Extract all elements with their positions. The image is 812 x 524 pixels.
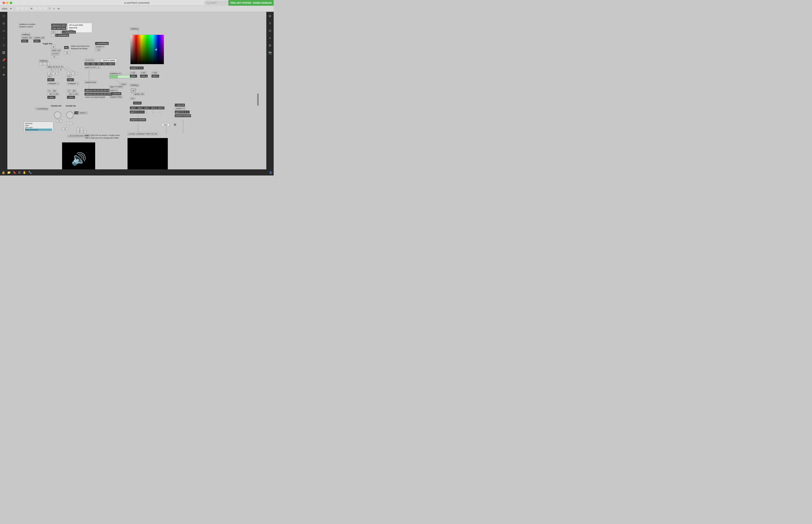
node-value-b-2[interactable]: value b — [152, 75, 159, 78]
node-0965-2[interactable]: 0.965 — [152, 71, 158, 74]
toolbar-rect3-icon[interactable]: ⬜ — [25, 7, 29, 11]
node-prepend-setcell2d-2[interactable]: prepend setcell2d — [175, 114, 191, 117]
node-i-1[interactable]: i — [66, 122, 72, 125]
toolbar-rect5-icon[interactable]: ⬜ — [38, 7, 42, 11]
node-udpsend-1[interactable]: udpsend 169.254.255.255 5556 — [84, 89, 112, 92]
node-r-mystartbang-1[interactable]: r myStartBang — [95, 42, 109, 45]
scrollbar[interactable] — [257, 94, 259, 106]
node-loadbang-1[interactable]: loadbang — [21, 33, 30, 36]
rsidebar-camera-icon[interactable]: 📷 — [268, 50, 272, 55]
node-plus28[interactable]: + 28 — [95, 49, 100, 51]
node-s-mystopbang[interactable]: s myStopBang — [62, 31, 76, 33]
toolbar-rect2-icon[interactable]: ⬜ — [21, 7, 24, 11]
zoom-dropdown-icon[interactable]: ▾ — [9, 7, 13, 11]
send-to-master-button[interactable]: Send to master — [101, 59, 117, 62]
rsidebar-info-icon[interactable]: ℹ — [268, 21, 272, 26]
node-route-start-stop[interactable]: route /start /stop — [51, 27, 66, 30]
node-0035[interactable]: 0.035 — [130, 71, 136, 74]
node-pct100-2[interactable]: % 100 — [72, 93, 79, 96]
node-random100-1[interactable]: random 100 — [21, 36, 33, 39]
sidebar-monitor-icon[interactable]: ▭ — [1, 28, 6, 33]
node-value-i-1[interactable]: value i — [21, 39, 28, 43]
color-picker[interactable] — [130, 35, 164, 64]
node-value-j-2[interactable]: value j — [67, 78, 74, 81]
node-random100-2[interactable]: random 100 — [33, 36, 45, 39]
statusbar-lock-icon[interactable]: 🔒 — [2, 171, 5, 174]
statusbar-grid-icon[interactable]: ⊞ — [18, 171, 21, 174]
node-j-value-i[interactable]: j value i — [47, 96, 55, 99]
clear-button[interactable]: clear — [162, 123, 170, 127]
sidebar-music-icon[interactable]: ♪ — [1, 35, 6, 40]
statusbar-hand-icon[interactable]: ✋ — [23, 171, 26, 174]
sidebar-atom-icon[interactable]: ⚛ — [1, 65, 6, 70]
node-value-r-3[interactable]: value r — [143, 107, 150, 109]
toolbar-rect6-icon[interactable]: ⬜ — [43, 7, 47, 11]
statusbar-wrench-icon[interactable]: 🔧 — [28, 171, 32, 174]
node-tbbbbbb[interactable]: t b b b b b — [84, 59, 94, 62]
statusbar-power-icon[interactable]: ⏻ — [269, 171, 272, 174]
node-value-b-3[interactable]: value b — [157, 107, 164, 109]
node-31-2[interactable]: 31 — [51, 55, 58, 58]
toolbar-plus-icon[interactable]: + — [52, 7, 56, 11]
node-udpreceive[interactable]: udpreceive 5555 — [51, 24, 67, 27]
minimize-button[interactable] — [6, 2, 9, 4]
sidebar-pin-icon[interactable]: 📌 — [1, 58, 6, 63]
sidebar-image-icon[interactable]: 🖼 — [1, 50, 6, 55]
rsidebar-table-icon[interactable]: ⊞ — [268, 43, 272, 48]
node-31-1[interactable]: 31 — [64, 51, 70, 54]
node-key[interactable]: key — [64, 46, 69, 49]
node-pack-1[interactable]: pack 0 0 t:0 0.. 0.. — [84, 66, 101, 69]
sidebar-star-icon[interactable]: ★ — [1, 72, 6, 77]
close-button[interactable] — [2, 2, 5, 4]
node-qmetro100[interactable]: qmetro 100 — [133, 93, 145, 96]
node-value-b-1[interactable]: value b — [108, 63, 115, 65]
statusbar-folder-icon[interactable]: 📁 — [7, 171, 11, 174]
panel-start-stop[interactable]: start/stop — [25, 122, 52, 125]
node-value-g-2[interactable]: value g — [140, 75, 148, 78]
node-value-i-2[interactable]: value i — [33, 39, 41, 43]
node-x-toggle[interactable]: ✕ — [131, 88, 136, 93]
toolbar-help-icon[interactable]: ? — [48, 7, 51, 11]
node-routepass-2[interactable]: routepass -1 — [67, 82, 79, 85]
node-prepend-clear[interactable]: prepend /clear — [110, 96, 123, 98]
node-pack-001[interactable]: pack 0 0 1. 0. 0. — [130, 111, 145, 113]
node-loadbang-2[interactable]: loadbang — [39, 60, 48, 62]
node-value-g-3[interactable]: value g — [150, 107, 158, 109]
node-select-30-28-31-29[interactable]: select 30 28 31 29 — [47, 65, 64, 68]
node-tbbbb[interactable]: t b b b b — [51, 52, 60, 55]
node-0-speaker[interactable]: 0 — [56, 119, 62, 122]
node-tbi-2[interactable]: t b i — [47, 75, 52, 78]
node-neg1-1[interactable]: -1 — [44, 63, 50, 65]
node-tbi-1[interactable]: t b i — [51, 31, 56, 33]
rsidebar-list-icon[interactable]: ≡ — [268, 35, 272, 40]
node-value-j-4[interactable]: value j — [137, 107, 144, 109]
node-s-clearcell[interactable]: s clearCell — [111, 92, 121, 95]
node-0965-1[interactable]: 0.965 — [140, 71, 146, 74]
node-pack-0000[interactable]: pack 0 0 0. 0. 0. — [175, 111, 190, 113]
node-jit-matrix[interactable]: jit.matrix userBoard 4 float 100 100 — [127, 132, 158, 135]
node-0-3[interactable]: 0 — [80, 130, 86, 133]
node-loadbang-3[interactable]: loadbang — [130, 27, 139, 30]
node-0-rand[interactable]: 0 — [62, 128, 68, 131]
node-pct100-1[interactable]: % 100 — [52, 93, 59, 96]
node-neg1-3[interactable]: -1 — [52, 72, 58, 75]
node-loadmess[interactable]: loadmess 10 — [110, 72, 122, 75]
node-tbbbb-2[interactable]: t b b b b — [133, 102, 142, 104]
node-j-value-j[interactable]: j value j — [67, 96, 75, 99]
toolbar-arrow-icon[interactable]: ➜ — [57, 7, 60, 11]
node-abs-2[interactable]: abs — [72, 89, 77, 92]
node-value-r-2[interactable]: value r — [130, 75, 137, 78]
panel-clear[interactable]: clear — [25, 125, 52, 127]
node-r-clearcell[interactable]: r clearCell — [175, 104, 185, 107]
toolbar-x-icon[interactable]: ✕ — [30, 7, 33, 11]
node-prepend-setcell2d-1[interactable]: prepend setcell2d — [130, 118, 146, 121]
node-value-i-4[interactable]: value i — [130, 107, 137, 109]
node-abs-1[interactable]: abs — [52, 89, 57, 92]
maximize-button[interactable] — [10, 2, 12, 4]
rsidebar-grid2-icon[interactable]: ⊟ — [268, 28, 272, 33]
panel-delay-time[interactable]: delay time (ms) — [25, 129, 52, 131]
node-toggle[interactable]: ✕ — [51, 45, 55, 49]
toolbar-rect4-icon[interactable]: ⬜ — [34, 7, 38, 11]
node-pack-00[interactable]: pack 0 0 — [110, 89, 118, 92]
node-0-rand2[interactable]: 0 — [77, 128, 83, 131]
